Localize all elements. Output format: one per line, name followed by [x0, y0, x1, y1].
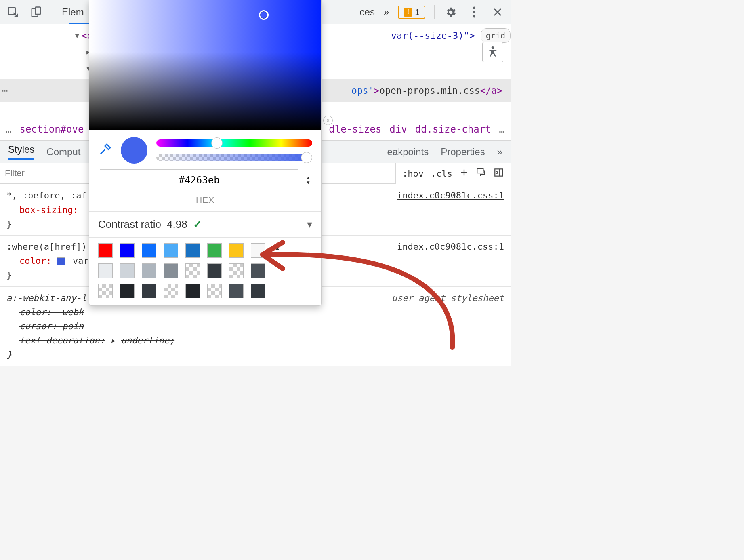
- palette-swatch[interactable]: [207, 284, 222, 298]
- eyedropper-icon[interactable]: [98, 143, 112, 158]
- css-prop-overridden: color: -webk: [19, 305, 504, 319]
- palette-swatch[interactable]: [229, 263, 244, 278]
- palette-swatch[interactable]: [120, 284, 135, 298]
- svg-point-6: [492, 46, 494, 49]
- hov-toggle[interactable]: :hov: [402, 168, 424, 179]
- swatch-row: ▲▼: [98, 243, 312, 258]
- current-color-swatch: [121, 137, 147, 164]
- svg-point-4: [473, 11, 475, 13]
- palette-swatch[interactable]: [164, 284, 178, 298]
- swatch-row: [98, 263, 312, 278]
- close-pill-icon[interactable]: ×: [323, 116, 333, 125]
- palette-swatch[interactable]: [185, 243, 200, 258]
- device-toggle-icon[interactable]: [29, 5, 44, 19]
- svg-rect-2: [36, 7, 41, 14]
- cls-toggle[interactable]: .cls: [431, 168, 452, 179]
- palette-swatch[interactable]: [142, 284, 156, 298]
- palette-swatch[interactable]: [229, 284, 244, 298]
- palette-swatch[interactable]: [120, 263, 135, 278]
- palette-swatch[interactable]: [142, 263, 156, 278]
- palette-swatch[interactable]: [120, 243, 135, 258]
- color-picker-popup: ▲▼ HEX Contrast ratio 4.98 ✓ ▾ ▲▼: [89, 0, 322, 306]
- issues-count: 1: [415, 7, 420, 17]
- dom-gt: >: [374, 83, 380, 98]
- saturation-value-field[interactable]: [89, 0, 321, 130]
- svg-rect-7: [477, 168, 483, 173]
- accessibility-button[interactable]: [482, 42, 503, 62]
- rule-ua-label: user agent stylesheet: [392, 291, 504, 305]
- grid-badge[interactable]: grid: [481, 28, 511, 43]
- palette-swatch[interactable]: [142, 243, 156, 258]
- inspect-icon[interactable]: [6, 5, 20, 19]
- css-prop-name[interactable]: color:: [19, 256, 51, 266]
- contrast-expand-icon[interactable]: ▾: [307, 218, 312, 231]
- paint-icon[interactable]: [476, 167, 486, 180]
- palette-swatch[interactable]: [185, 284, 200, 298]
- alpha-slider[interactable]: [156, 154, 312, 161]
- tabs-overflow[interactable]: »: [384, 6, 389, 18]
- crumb-item[interactable]: dle-sizes: [329, 124, 381, 135]
- svg-point-5: [473, 15, 475, 17]
- dom-text: open-props.min.css: [379, 83, 480, 98]
- css-prop-overridden: cursor: poin: [19, 319, 504, 333]
- palette-swatch[interactable]: [251, 284, 265, 298]
- close-icon[interactable]: [490, 5, 505, 19]
- hue-slider[interactable]: [156, 139, 312, 147]
- palette-swatch[interactable]: [207, 263, 222, 278]
- expand-triangle-icon[interactable]: ▼: [75, 31, 79, 41]
- sv-handle[interactable]: [259, 10, 269, 20]
- palette-swatch[interactable]: [98, 243, 113, 258]
- warning-icon: !: [404, 8, 412, 17]
- shorthand-expand-icon[interactable]: ▸: [110, 335, 116, 345]
- palette-swatch[interactable]: [98, 284, 113, 298]
- contrast-label: Contrast ratio: [98, 218, 161, 231]
- contrast-ratio-row[interactable]: Contrast ratio 4.98 ✓ ▾: [89, 211, 321, 238]
- css-prop-name: text-decoration:: [19, 335, 105, 345]
- palette-stepper[interactable]: ▲▼: [275, 246, 280, 255]
- toolbar-divider: [53, 5, 53, 19]
- palette-swatch[interactable]: [251, 263, 265, 278]
- subtabs-overflow[interactable]: »: [497, 146, 502, 158]
- crumb-overflow-right[interactable]: …: [499, 124, 505, 135]
- palette-swatch[interactable]: [164, 263, 178, 278]
- svg-point-3: [473, 6, 475, 9]
- check-icon: ✓: [193, 218, 202, 231]
- crumb-item[interactable]: div: [389, 124, 407, 135]
- tab-elements[interactable]: Elem: [62, 6, 84, 18]
- palette-swatch[interactable]: [185, 263, 200, 278]
- color-format-label: HEX: [89, 193, 321, 211]
- palette-swatch[interactable]: [98, 263, 113, 278]
- palette-swatch[interactable]: [229, 243, 244, 258]
- css-prop-name[interactable]: box-sizing:: [19, 205, 78, 215]
- sidebar-toggle-icon[interactable]: [494, 167, 504, 180]
- rule-source-link[interactable]: index.c0c9081c.css:1: [397, 240, 504, 254]
- palette-swatch[interactable]: [251, 243, 265, 258]
- hue-knob[interactable]: [211, 137, 223, 149]
- settings-gear-icon[interactable]: [443, 5, 458, 19]
- crumb-item[interactable]: section#ove: [19, 124, 84, 135]
- palette-swatch[interactable]: [164, 243, 178, 258]
- contrast-value: 4.98: [167, 218, 187, 231]
- new-rule-plus-icon[interactable]: [460, 168, 469, 179]
- overflow-dots: ⋯: [2, 82, 9, 99]
- color-swatch-icon[interactable]: [57, 257, 65, 265]
- dom-href-partial: ops": [351, 83, 374, 98]
- issues-badge[interactable]: ! 1: [398, 6, 425, 19]
- css-prop-value[interactable]: var: [73, 256, 89, 266]
- kebab-menu-icon[interactable]: [467, 5, 481, 19]
- css-prop-value: underline;: [121, 335, 174, 345]
- subtab-properties[interactable]: Properties: [441, 146, 485, 158]
- tab-sources-partial[interactable]: ces: [360, 6, 375, 18]
- toolbar-divider: [434, 5, 435, 19]
- dom-close-tag: </a>: [480, 83, 502, 98]
- palette-swatch[interactable]: [207, 243, 222, 258]
- format-stepper[interactable]: ▲▼: [306, 175, 311, 185]
- crumb-item[interactable]: dd.size-chart: [415, 124, 491, 135]
- subtab-breakpoints[interactable]: eakpoints: [387, 146, 429, 158]
- rule-source-link[interactable]: index.c0c9081c.css:1: [397, 188, 504, 202]
- subtab-styles[interactable]: Styles: [8, 144, 34, 160]
- crumb-overflow-left[interactable]: …: [6, 124, 11, 135]
- color-value-input[interactable]: [100, 169, 298, 191]
- subtab-computed[interactable]: Comput: [46, 146, 80, 158]
- alpha-knob[interactable]: [301, 152, 312, 163]
